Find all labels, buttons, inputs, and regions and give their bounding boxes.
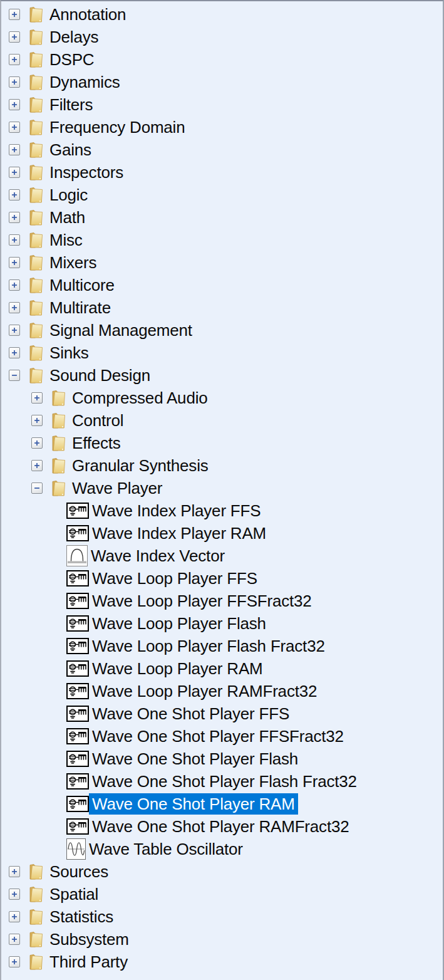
- tree-item-label: Wave Player: [69, 477, 165, 499]
- tree-item[interactable]: Wave One Shot Player Flash: [1, 748, 443, 770]
- tree-item-label: Wave Index Player RAM: [89, 523, 269, 544]
- tree-item[interactable]: Signal Management: [1, 319, 443, 341]
- tree-item[interactable]: Wave Loop Player RAM: [1, 657, 443, 680]
- expander-icon[interactable]: [9, 956, 20, 967]
- wave-player-module-icon: [66, 773, 89, 790]
- tree-item[interactable]: Sound Design: [1, 364, 443, 387]
- tree-item-label: Inspectors: [46, 162, 126, 183]
- folder-icon: [28, 119, 44, 135]
- tree-item[interactable]: Wave Loop Player RAMFract32: [1, 680, 443, 702]
- tree-item[interactable]: Statistics: [1, 905, 443, 928]
- tree-item-label: Logic: [46, 184, 91, 206]
- tree-item[interactable]: Annotation: [1, 3, 443, 26]
- tree-item-label: Sound Design: [46, 365, 153, 386]
- tree-item-label: Frequency Domain: [46, 117, 188, 138]
- tree-item[interactable]: Frequency Domain: [1, 116, 443, 138]
- tree-item-label: Subsystem: [46, 929, 132, 950]
- expander-icon[interactable]: [9, 189, 20, 201]
- tree-item-label: Wave One Shot Player Flash: [89, 748, 301, 769]
- wave-player-module-icon: [66, 593, 89, 609]
- wave-player-module-icon: [66, 796, 89, 812]
- expander-icon[interactable]: [9, 167, 20, 178]
- tree-item[interactable]: Effects: [1, 432, 443, 454]
- tree-item[interactable]: Wave One Shot Player FFSFract32: [1, 725, 443, 748]
- tree-item-label: Math: [46, 207, 88, 228]
- expander-icon[interactable]: [9, 9, 20, 20]
- tree-item-label: Wave One Shot Player RAMFract32: [89, 816, 352, 837]
- expander-icon[interactable]: [9, 122, 20, 133]
- expander-icon[interactable]: [9, 257, 20, 268]
- tree-item[interactable]: Subsystem: [1, 928, 443, 951]
- expander-icon[interactable]: [31, 392, 43, 404]
- expander-icon[interactable]: [31, 460, 43, 471]
- tree-item[interactable]: Gains: [1, 138, 443, 161]
- tree-item[interactable]: Delays: [1, 26, 443, 48]
- tree-item[interactable]: Inspectors: [1, 161, 443, 184]
- tree-item[interactable]: Sources: [1, 860, 443, 883]
- expander-icon[interactable]: [9, 76, 20, 88]
- expander-icon[interactable]: [9, 889, 20, 900]
- wave-player-module-icon: [66, 728, 89, 744]
- tree-item-label: Wave Loop Player FFSFract32: [89, 590, 315, 612]
- tree-item[interactable]: Control: [1, 409, 443, 432]
- tree-item[interactable]: Third Party: [1, 951, 443, 973]
- expander-icon[interactable]: [9, 370, 20, 381]
- tree-item-label: Control: [69, 410, 126, 431]
- expander-icon[interactable]: [9, 54, 20, 65]
- tree-item[interactable]: Compressed Audio: [1, 387, 443, 409]
- tree-item-label: Statistics: [46, 906, 116, 927]
- expander-icon[interactable]: [9, 911, 20, 922]
- folder-icon: [28, 164, 44, 180]
- expander-icon[interactable]: [9, 279, 20, 291]
- tree-item[interactable]: Wave Loop Player Flash Fract32: [1, 635, 443, 657]
- tree-item[interactable]: Wave One Shot Player RAMFract32: [1, 815, 443, 838]
- expander-icon[interactable]: [31, 415, 43, 426]
- expander-icon[interactable]: [9, 302, 20, 313]
- expander-icon[interactable]: [9, 144, 20, 155]
- tree-item[interactable]: Wave Loop Player FFSFract32: [1, 590, 443, 612]
- tree-item[interactable]: Wave One Shot Player RAM: [1, 793, 443, 815]
- folder-icon: [28, 187, 44, 203]
- expander-icon[interactable]: [9, 866, 20, 877]
- folder-icon: [28, 931, 44, 947]
- tree-item[interactable]: Multirate: [1, 296, 443, 319]
- expander-icon[interactable]: [9, 234, 20, 246]
- expander-icon[interactable]: [31, 437, 43, 449]
- tree-item[interactable]: Mixers: [1, 251, 443, 274]
- expander-icon[interactable]: [9, 325, 20, 336]
- tree-item[interactable]: Wave Loop Player FFS: [1, 567, 443, 590]
- tree-item[interactable]: DSPC: [1, 48, 443, 71]
- tree-item[interactable]: Granular Synthesis: [1, 454, 443, 477]
- folder-icon: [50, 457, 66, 474]
- tree-item[interactable]: Wave Table Oscillator: [1, 838, 443, 860]
- tree-item[interactable]: Wave Index Player RAM: [1, 522, 443, 545]
- expander-icon[interactable]: [9, 212, 20, 223]
- folder-icon: [28, 74, 44, 90]
- folder-icon: [28, 345, 44, 361]
- tree-item-label: Wave Index Vector: [88, 545, 228, 566]
- tree-item[interactable]: Math: [1, 206, 443, 229]
- tree-item[interactable]: Logic: [1, 184, 443, 206]
- tree-item[interactable]: Misc: [1, 229, 443, 251]
- tree-item[interactable]: Multicore: [1, 274, 443, 296]
- expander-icon[interactable]: [9, 934, 20, 945]
- tree-item-label: Wave Loop Player Flash: [89, 613, 269, 634]
- tree-item[interactable]: Sinks: [1, 341, 443, 364]
- tree-item[interactable]: Wave Loop Player Flash: [1, 612, 443, 635]
- tree-item-label: Wave One Shot Player Flash Fract32: [89, 771, 360, 792]
- wave-player-module-icon: [66, 615, 89, 632]
- tree-item[interactable]: Wave One Shot Player FFS: [1, 702, 443, 725]
- tree-item[interactable]: Dynamics: [1, 71, 443, 93]
- tree-item-label: Filters: [46, 94, 96, 115]
- tree-item[interactable]: Filters: [1, 93, 443, 116]
- tree-item[interactable]: Spatial: [1, 883, 443, 905]
- expander-icon[interactable]: [9, 31, 20, 43]
- tree-item-label: Signal Management: [46, 320, 195, 341]
- expander-icon[interactable]: [9, 347, 20, 358]
- expander-icon[interactable]: [9, 99, 20, 110]
- tree-item[interactable]: Wave Player: [1, 477, 443, 499]
- tree-item[interactable]: Wave One Shot Player Flash Fract32: [1, 770, 443, 793]
- tree-item[interactable]: Wave Index Player FFS: [1, 499, 443, 522]
- tree-item[interactable]: Wave Index Vector: [1, 545, 443, 567]
- expander-icon[interactable]: [31, 482, 43, 494]
